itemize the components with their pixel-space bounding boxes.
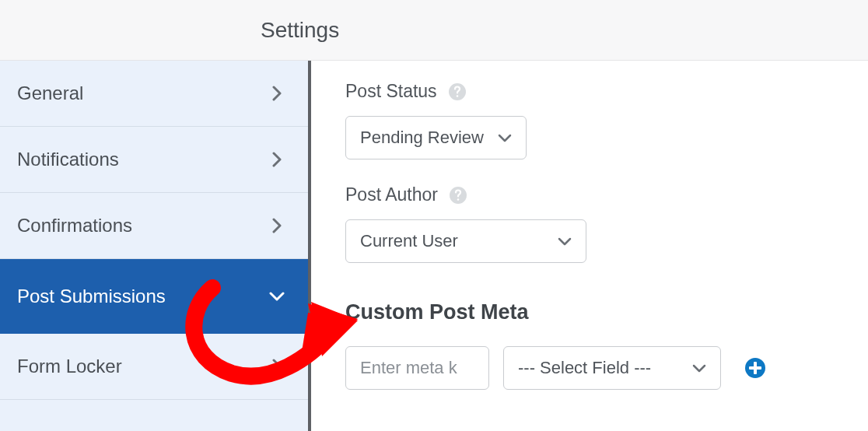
sidebar-item-confirmations[interactable]: Confirmations [0,193,308,259]
post-status-select[interactable]: Pending Review [345,116,527,159]
page-title: Settings [261,18,339,43]
chevron-down-icon [498,128,512,148]
chevron-down-icon [692,358,706,378]
chevron-right-icon [268,150,286,169]
sidebar-item-label: Form Locker [17,356,122,377]
sidebar-item-label: Confirmations [17,215,132,237]
post-author-value: Current User [360,231,458,251]
custom-meta-row: --- Select Field --- [345,346,834,390]
meta-field-select-value: --- Select Field --- [518,358,651,378]
help-icon[interactable] [449,186,467,205]
custom-post-meta-heading: Custom Post Meta [345,300,834,324]
main-panel: Post Status Pending Review Post Author [311,61,868,431]
post-author-label: Post Author [345,184,438,205]
post-status-label: Post Status [345,81,437,102]
add-meta-button[interactable] [743,356,768,380]
svg-point-1 [456,95,458,97]
help-icon[interactable] [448,82,467,101]
post-status-value: Pending Review [360,128,484,148]
post-status-group: Post Status Pending Review [345,81,834,159]
svg-rect-6 [749,366,761,370]
meta-key-input[interactable] [345,346,489,390]
post-author-select[interactable]: Current User [345,219,586,263]
header-bar: Settings [0,0,868,61]
sidebar-item-general[interactable]: General [0,61,308,127]
sidebar-item-notifications[interactable]: Notifications [0,127,308,193]
content-wrap: General Notifications Confirmations Post… [0,61,868,431]
svg-point-3 [457,198,460,201]
sidebar-item-label: Notifications [17,149,119,170]
settings-sidebar: General Notifications Confirmations Post… [0,61,311,431]
meta-field-select[interactable]: --- Select Field --- [503,346,721,390]
sidebar-item-form-locker[interactable]: Form Locker [0,334,308,400]
chevron-right-icon [268,84,286,103]
sidebar-item-post-submissions[interactable]: Post Submissions [0,259,308,334]
post-author-group: Post Author Current User [345,184,834,263]
chevron-down-icon [558,231,572,251]
sidebar-item-label: Post Submissions [17,286,166,307]
chevron-right-icon [268,216,286,235]
sidebar-item-label: General [17,82,83,104]
chevron-down-icon [268,287,286,306]
chevron-right-icon [268,357,286,376]
